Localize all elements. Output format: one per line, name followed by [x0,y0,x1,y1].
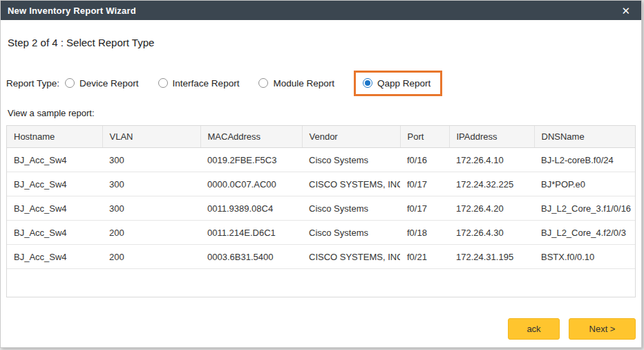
table-cell: BJ_Acc_Sw4 [7,245,102,269]
table-cell: 172.24.32.225 [449,172,534,196]
radio-option-label: Module Report [273,78,334,89]
table-cell: 172.26.4.10 [449,148,534,172]
dialog-titlebar: New Inventory Report Wizard ✕ [1,1,641,20]
column-header-vlan: VLAN [102,126,200,148]
table-cell: 300 [102,172,200,196]
sample-report-table-container: HostnameVLANMACAddressVendorPortIPAddres… [6,125,636,297]
column-header-macaddress: MACAddress [200,126,302,148]
table-cell: 172.26.4.30 [449,221,534,245]
table-body: BJ_Acc_Sw43000019.2FBE.F5C3Cisco Systems… [7,148,635,269]
table-cell: f0/16 [400,148,449,172]
table-cell: BJ*POP.e0 [534,172,635,196]
column-header-port: Port [400,126,449,148]
table-cell: 200 [102,221,200,245]
table-cell: CISCO SYSTEMS, INC. [302,172,400,196]
radio-option-label: Interface Report [173,78,240,89]
radio-icon[interactable] [158,78,168,88]
table-header: HostnameVLANMACAddressVendorPortIPAddres… [7,126,635,148]
report-type-options: Device ReportInterface ReportModule Repo… [65,71,442,96]
dialog-content: Step 2 of 4 : Select Report Type Report … [1,20,641,347]
radio-option-label: Qapp Report [377,78,430,89]
table-cell: BJ_L2_Core_3.f1/0/16 [534,196,635,221]
step-heading: Step 2 of 4 : Select Report Type [8,37,636,48]
table-cell: BJ_Acc_Sw4 [7,196,102,221]
table-row: BJ_Acc_Sw43000011.9389.08C4Cisco Systems… [7,196,635,221]
back-button[interactable]: ack [508,318,560,340]
table-cell: 0011.214E.D6C1 [200,221,302,245]
radio-selected-icon[interactable] [363,78,372,88]
table-cell: BJ_Acc_Sw4 [7,148,102,172]
column-header-vendor: Vendor [302,126,400,148]
table-cell: f0/18 [400,221,449,245]
table-cell: 300 [102,196,200,221]
table-row: BJ_Acc_Sw42000011.214E.D6C1Cisco Systems… [7,221,635,245]
table-cell: Cisco Systems [302,148,400,172]
table-cell: f0/21 [400,245,449,269]
table-cell: f0/17 [400,196,449,221]
column-header-dnsname: DNSName [534,126,635,148]
sample-report-label: View a sample report: [8,108,636,118]
table-row: BJ_Acc_Sw43000019.2FBE.F5C3Cisco Systems… [7,148,635,172]
screen: New Inventory Report Wizard ✕ Step 2 of … [0,0,644,350]
table-cell: BJ_Acc_Sw4 [7,172,102,196]
wizard-footer: ack Next > [508,318,636,340]
table-cell: 300 [102,148,200,172]
table-cell: BJ_L2_Core_4.f2/0/3 [534,221,635,245]
table-cell: 172.26.4.20 [449,196,534,221]
table-row: BJ_Acc_Sw42000003.6B31.5400CISCO SYSTEMS… [7,245,635,269]
table-cell: 0011.9389.08C4 [200,196,302,221]
column-header-ipaddress: IPAddress [449,126,534,148]
table-cell: 0003.6B31.5400 [200,245,302,269]
table-cell: BSTX.f0/0.10 [534,245,635,269]
report-type-option-module-report[interactable]: Module Report [258,78,334,89]
table-cell: f0/17 [400,172,449,196]
table-row: BJ_Acc_Sw43000000.0C07.AC00CISCO SYSTEMS… [7,172,635,196]
next-button[interactable]: Next > [569,318,636,340]
report-type-row: Report Type: Device ReportInterface Repo… [6,69,636,97]
close-icon[interactable]: ✕ [618,4,633,17]
report-type-label: Report Type: [6,78,59,89]
radio-option-label: Device Report [79,78,139,89]
table-cell: BJ_Acc_Sw4 [7,221,102,245]
radio-icon[interactable] [65,78,75,88]
table-cell: Cisco Systems [302,196,400,221]
table-cell: 172.24.31.195 [449,245,534,269]
new-inventory-report-wizard-dialog: New Inventory Report Wizard ✕ Step 2 of … [0,0,642,348]
column-header-hostname: Hostname [7,126,102,148]
sample-report-table: HostnameVLANMACAddressVendorPortIPAddres… [7,126,635,269]
report-type-option-qapp-report[interactable]: Qapp Report [354,71,442,96]
table-cell: BJ-L2-coreB.f0/24 [534,148,635,172]
table-cell: Cisco Systems [302,221,400,245]
table-cell: CISCO SYSTEMS, INC. [302,245,400,269]
table-cell: 200 [102,245,200,269]
table-header-row: HostnameVLANMACAddressVendorPortIPAddres… [7,126,635,148]
report-type-option-interface-report[interactable]: Interface Report [158,78,240,89]
report-type-option-device-report[interactable]: Device Report [65,78,139,89]
radio-icon[interactable] [258,78,268,88]
dialog-title: New Inventory Report Wizard [8,6,618,16]
table-cell: 0019.2FBE.F5C3 [200,148,302,172]
table-cell: 0000.0C07.AC00 [200,172,302,196]
